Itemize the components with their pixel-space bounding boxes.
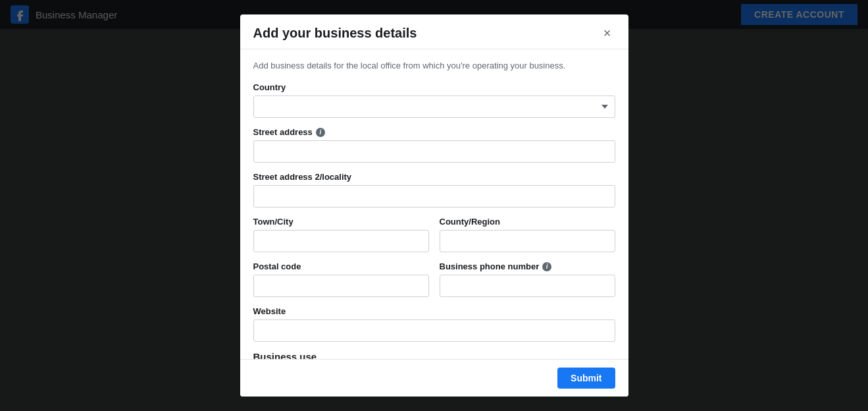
business-phone-input[interactable] <box>440 275 615 297</box>
modal-body: Add business details for the local offic… <box>240 49 628 359</box>
postal-phone-row: Postal code Business phone number i <box>253 261 615 306</box>
submit-button[interactable]: Submit <box>557 368 615 389</box>
modal-footer: Submit <box>240 359 628 397</box>
town-city-label: Town/City <box>253 217 429 227</box>
modal-subtitle: Add business details for the local offic… <box>253 60 615 72</box>
website-field-group: Website <box>253 306 615 342</box>
modal-close-button[interactable]: × <box>600 25 615 41</box>
town-city-input[interactable] <box>253 230 429 252</box>
county-region-input[interactable] <box>440 230 615 252</box>
country-select[interactable]: United States United Kingdom Canada Aust… <box>253 96 615 118</box>
website-label: Website <box>253 306 615 316</box>
business-use-section: Business use This account primarily uses… <box>253 351 615 359</box>
postal-code-field-group: Postal code <box>253 261 429 297</box>
business-use-title: Business use <box>253 351 615 359</box>
street-address2-input[interactable] <box>253 185 615 207</box>
street-address-input[interactable] <box>253 140 615 163</box>
street-address-label: Street address i <box>253 127 615 137</box>
business-phone-label: Business phone number i <box>440 261 615 271</box>
country-field-group: Country United States United Kingdom Can… <box>253 82 615 118</box>
town-city-field-group: Town/City <box>253 217 429 252</box>
street-address2-label: Street address 2/locality <box>253 172 615 182</box>
street-address-field-group: Street address i <box>253 127 615 163</box>
town-county-row: Town/City County/Region <box>253 217 615 261</box>
postal-code-input[interactable] <box>253 275 429 297</box>
business-details-modal: Add your business details × Add business… <box>240 14 628 397</box>
county-region-label: County/Region <box>440 217 615 227</box>
country-label: Country <box>253 82 615 92</box>
modal-body-wrapper: Add business details for the local offic… <box>240 49 628 359</box>
county-region-field-group: County/Region <box>440 217 615 252</box>
website-input[interactable] <box>253 319 615 342</box>
business-phone-field-group: Business phone number i <box>440 261 615 297</box>
postal-code-label: Postal code <box>253 261 429 271</box>
modal-header: Add your business details × <box>240 14 628 49</box>
business-phone-info-icon: i <box>542 262 551 271</box>
modal-title: Add your business details <box>253 26 417 41</box>
street-address2-field-group: Street address 2/locality <box>253 172 615 207</box>
street-address-info-icon: i <box>316 128 325 137</box>
